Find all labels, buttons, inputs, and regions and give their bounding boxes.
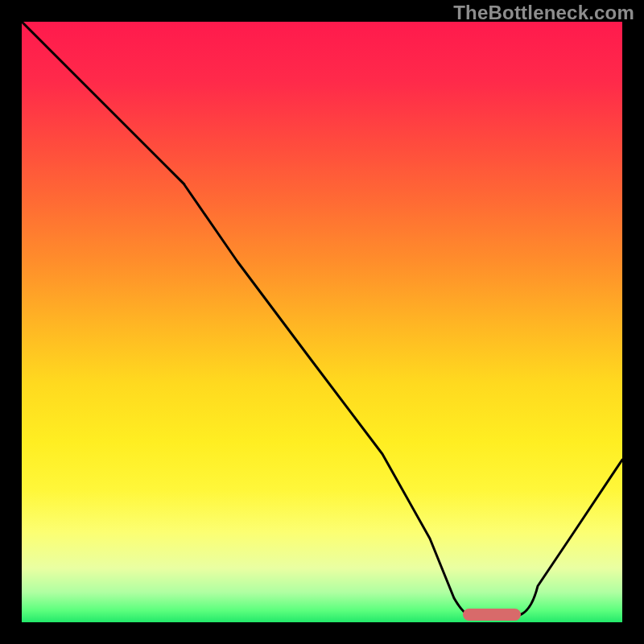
curve-path (22, 22, 622, 616)
optimal-zone-marker (463, 609, 521, 621)
watermark-text: TheBottleneck.com (453, 2, 634, 24)
plot-area (22, 22, 622, 622)
bottleneck-curve (22, 22, 622, 622)
chart-stage: TheBottleneck.com (0, 0, 644, 644)
